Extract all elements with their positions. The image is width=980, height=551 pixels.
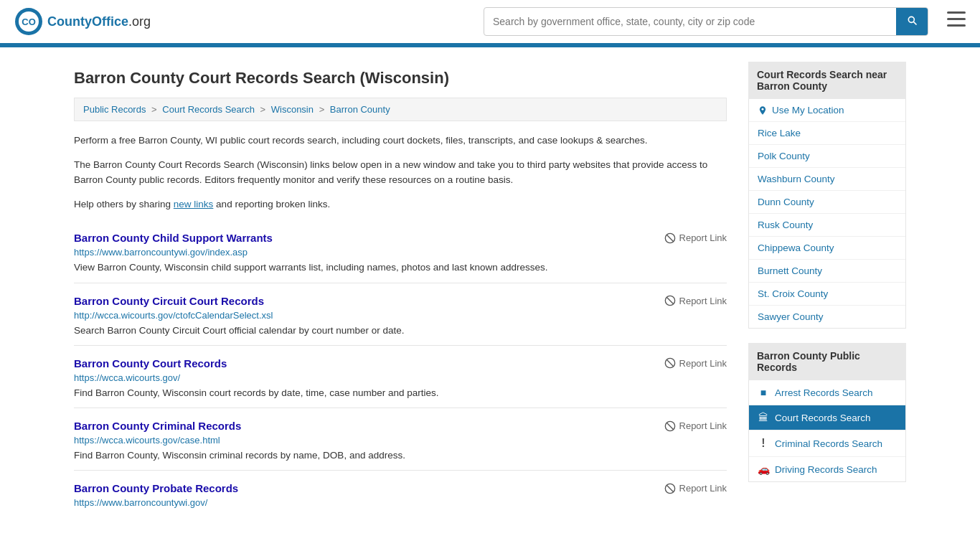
result-title[interactable]: Barron County Circuit Court Records (74, 295, 264, 307)
result-desc: Find Barron County, Wisconsin criminal r… (74, 448, 727, 463)
svg-line-15 (666, 485, 673, 491)
result-item: Barron County Criminal Records Report Li… (74, 408, 727, 470)
result-item: Barron County Court Records Report Link … (74, 345, 727, 408)
breadcrumb-barron-county[interactable]: Barron County (330, 104, 390, 115)
report-link[interactable]: Report Link (664, 357, 727, 369)
court-records-label: Court Records Search (775, 413, 871, 423)
breadcrumb-sep-2: > (260, 104, 268, 115)
breadcrumb-court-records-search[interactable]: Court Records Search (162, 104, 255, 115)
logo-icon: CO (14, 7, 43, 36)
result-url: https://www.barroncountywi.gov/index.asp (74, 247, 727, 258)
svg-line-7 (666, 235, 673, 241)
search-icon (906, 14, 918, 26)
pub-rec-driving-records[interactable]: 🚗 Driving Records Search (749, 457, 905, 481)
use-my-location-link[interactable]: Use My Location (749, 99, 905, 122)
header: CO CountyOffice.org (0, 0, 980, 45)
result-url: http://wcca.wicourts.gov/ctofcCalendarSe… (74, 310, 727, 321)
result-header: Barron County Probate Records Report Lin… (74, 482, 727, 494)
use-my-location-label: Use My Location (772, 105, 844, 116)
breadcrumb-sep-1: > (151, 104, 159, 115)
report-link[interactable]: Report Link (664, 483, 727, 494)
driving-records-label: Driving Records Search (775, 464, 877, 475)
svg-rect-5 (947, 24, 966, 27)
result-title[interactable]: Barron County Child Support Warrants (74, 232, 273, 244)
result-desc: View Barron County, Wisconsin child supp… (74, 260, 727, 275)
result-url: https://wcca.wicourts.gov/ (74, 372, 727, 383)
search-bar (484, 7, 928, 36)
criminal-records-icon: ! (758, 437, 769, 450)
svg-text:CO: CO (22, 17, 36, 27)
arrest-records-icon: ■ (758, 387, 769, 398)
nearby-links: Use My Location Rice Lake Polk County Wa… (748, 99, 906, 329)
report-icon (664, 483, 676, 494)
nearby-link-polk-county[interactable]: Polk County (749, 145, 905, 168)
svg-point-17 (762, 108, 764, 110)
description-para3: Help others by sharing new links and rep… (74, 197, 727, 212)
criminal-records-label: Criminal Records Search (775, 438, 882, 449)
breadcrumb-public-records[interactable]: Public Records (83, 104, 146, 115)
breadcrumb: Public Records > Court Records Search > … (74, 98, 727, 121)
description-para2: The Barron County Court Records Search (… (74, 157, 727, 188)
hamburger-icon (947, 11, 966, 27)
result-title[interactable]: Barron County Criminal Records (74, 420, 241, 432)
content-area: Barron County Court Records Search (Wisc… (74, 62, 727, 518)
public-records-links: ■ Arrest Records Search 🏛 Court Records … (748, 380, 906, 482)
driving-records-icon: 🚗 (758, 463, 769, 475)
main-container: Barron County Court Records Search (Wisc… (60, 47, 920, 532)
report-link[interactable]: Report Link (664, 420, 727, 432)
nearby-link-burnett-county[interactable]: Burnett County (749, 260, 905, 283)
nearby-link-rusk-county[interactable]: Rusk County (749, 214, 905, 237)
report-icon (664, 420, 676, 432)
sidebar: Court Records Search near Barron County … (748, 62, 906, 518)
result-title[interactable]: Barron County Probate Records (74, 482, 238, 494)
pub-rec-criminal-records[interactable]: ! Criminal Records Search (749, 430, 905, 457)
report-icon (664, 357, 676, 369)
pub-rec-court-records[interactable]: 🏛 Court Records Search (749, 405, 905, 430)
location-icon (758, 105, 768, 116)
nearby-section-title: Court Records Search near Barron County (748, 62, 906, 99)
svg-rect-4 (947, 18, 966, 20)
report-icon (664, 295, 676, 306)
breadcrumb-wisconsin[interactable]: Wisconsin (271, 104, 314, 115)
public-records-section-title: Barron County Public Records (748, 343, 906, 380)
logo[interactable]: CO CountyOffice.org (14, 7, 151, 36)
report-link[interactable]: Report Link (664, 295, 727, 306)
result-item: Barron County Probate Records Report Lin… (74, 470, 727, 518)
page-title: Barron County Court Records Search (Wisc… (74, 62, 727, 88)
nearby-link-chippewa-county[interactable]: Chippewa County (749, 237, 905, 260)
result-url: https://wcca.wicourts.gov/case.html (74, 435, 727, 446)
report-link[interactable]: Report Link (664, 232, 727, 244)
hamburger-menu-button[interactable] (947, 11, 966, 32)
result-header: Barron County Child Support Warrants Rep… (74, 232, 727, 244)
result-url: https://www.barroncountywi.gov/ (74, 497, 727, 508)
results-list: Barron County Child Support Warrants Rep… (74, 220, 727, 518)
result-header: Barron County Criminal Records Report Li… (74, 420, 727, 432)
nearby-link-dunn-county[interactable]: Dunn County (749, 191, 905, 214)
description-para1: Perform a free Barron County, WI public … (74, 133, 727, 149)
report-icon (664, 232, 676, 244)
nearby-link-st-croix-county[interactable]: St. Croix County (749, 283, 905, 306)
pub-rec-arrest-records[interactable]: ■ Arrest Records Search (749, 380, 905, 405)
search-button[interactable] (896, 8, 928, 35)
result-desc: Search Barron County Circuit Court offic… (74, 324, 727, 338)
result-title[interactable]: Barron County Court Records (74, 357, 227, 369)
nearby-link-rice-lake[interactable]: Rice Lake (749, 122, 905, 145)
breadcrumb-sep-3: > (319, 104, 327, 115)
arrest-records-label: Arrest Records Search (775, 387, 873, 398)
result-header: Barron County Circuit Court Records Repo… (74, 295, 727, 307)
result-item: Barron County Circuit Court Records Repo… (74, 283, 727, 345)
new-links-link[interactable]: new links (174, 199, 214, 209)
result-item: Barron County Child Support Warrants Rep… (74, 220, 727, 282)
result-header: Barron County Court Records Report Link (74, 357, 727, 369)
result-desc: Find Barron County, Wisconsin court reco… (74, 386, 727, 400)
nearby-link-washburn-county[interactable]: Washburn County (749, 168, 905, 191)
logo-text: CountyOffice.org (47, 14, 151, 29)
nearby-link-sawyer-county[interactable]: Sawyer County (749, 306, 905, 328)
svg-line-11 (666, 360, 673, 367)
svg-line-9 (666, 297, 673, 303)
svg-rect-3 (947, 11, 966, 14)
search-input[interactable] (484, 10, 896, 33)
court-records-icon: 🏛 (758, 412, 769, 423)
svg-line-13 (666, 423, 673, 429)
